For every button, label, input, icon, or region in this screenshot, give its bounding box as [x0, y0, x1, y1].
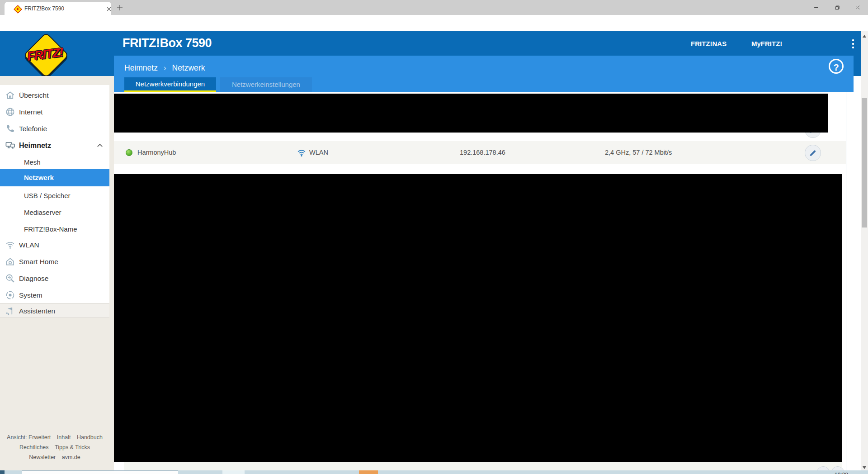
scroll-up-icon[interactable] [863, 35, 866, 38]
footer-link-rechtliches[interactable]: Rechtliches [19, 444, 49, 450]
redacted-block-bottom [114, 174, 842, 462]
taskbar-clock: 10:38 [835, 470, 862, 474]
footer-link-avmde[interactable]: avm.de [62, 454, 80, 460]
fritznas-link[interactable]: FRITZ!NAS [691, 40, 726, 48]
sidebar: Übersicht Internet Telefonie Heimnetz Me… [0, 85, 109, 318]
screen: FRITZ!Box 7590 [0, 0, 868, 474]
sidebar-item-system[interactable]: System [0, 287, 109, 303]
diagnose-icon [5, 273, 15, 284]
header-menu-icon[interactable] [852, 39, 854, 49]
sidebar-item-netzwerk[interactable]: Netzwerk [0, 169, 109, 186]
assistant-icon [5, 306, 15, 316]
smart-home-icon [5, 256, 15, 267]
window-minimize-icon[interactable] [806, 0, 826, 14]
sidebar-item-fritzbox-name[interactable]: FRITZ!Box-Name [0, 221, 109, 237]
fritz-logo-text: FRITZ! [19, 44, 71, 64]
browser-tab-bar: FRITZ!Box 7590 [0, 0, 868, 15]
tab-close-icon[interactable] [105, 5, 113, 13]
content-right-border [846, 92, 846, 470]
sidebar-item-heimnetz[interactable]: Heimnetz [0, 137, 109, 154]
scroll-down-icon[interactable] [863, 466, 866, 469]
browser-scrollbar[interactable] [861, 31, 868, 474]
footer-links-row1: Ansicht: Erweitert Inhalt Handbuch [0, 434, 109, 441]
redacted-block-top [114, 94, 828, 133]
breadcrumb-current: Netzwerk [172, 63, 205, 72]
taskbar-app-orange[interactable] [359, 470, 378, 474]
footer-link-inhalt[interactable]: Inhalt [57, 434, 71, 441]
favicon-fritz-icon [14, 5, 21, 12]
browser-toolbar: Nicht sicher fritz.box/# Keine Synchroni… [0, 15, 868, 31]
browser-tab[interactable]: FRITZ!Box 7590 [5, 2, 111, 15]
myfritz-link[interactable]: MyFRITZ! [751, 40, 782, 48]
device-table-row: HarmonyHub WLAN 192.168.178.46 2,4 GHz, … [114, 141, 846, 164]
taskbar-app[interactable] [222, 470, 245, 474]
sidebar-item-telefonie[interactable]: Telefonie [0, 120, 109, 137]
footer-link-newsletter[interactable]: Newsletter [29, 454, 56, 460]
wifi-icon [297, 148, 307, 158]
wifi-icon [5, 240, 15, 250]
page-title: FRITZ!Box 7590 [123, 36, 212, 50]
device-connection: WLAN [309, 141, 328, 164]
new-tab-icon[interactable] [116, 4, 124, 12]
help-button[interactable]: ? [829, 59, 844, 74]
sidebar-item-assistenten[interactable]: Assistenten [0, 303, 109, 318]
globe-icon [5, 107, 15, 117]
sidebar-item-uebersicht[interactable]: Übersicht [0, 87, 109, 104]
breadcrumb-separator-icon: › [164, 63, 166, 72]
footer-link-handbuch[interactable]: Handbuch [77, 434, 103, 441]
device-name[interactable]: HarmonyHub [137, 141, 176, 164]
edit-device-button[interactable] [805, 145, 821, 161]
footer-links-row3: Newsletter avm.de [0, 454, 109, 460]
scrollbar-thumb[interactable] [862, 98, 867, 228]
tab-netzwerkeinstellungen[interactable]: Netzwerkeinstellungen [220, 77, 312, 92]
sidebar-item-usb-speicher[interactable]: USB / Speicher [0, 187, 109, 204]
taskbar-time: 10:38 [835, 472, 848, 474]
system-icon [5, 290, 15, 300]
breadcrumb: Heimnetz › Netzwerk [124, 63, 205, 73]
phone-icon [5, 123, 15, 134]
home-icon [5, 90, 15, 100]
sidebar-item-wlan[interactable]: WLAN [0, 237, 109, 253]
tab-title: FRITZ!Box 7590 [24, 5, 64, 12]
tab-netzwerkverbindungen[interactable]: Netzwerkverbindungen [124, 77, 216, 92]
device-ip: 192.168.178.46 [460, 141, 505, 164]
sidebar-item-smart-home[interactable]: Smart Home [0, 253, 109, 270]
window-restore-icon[interactable] [826, 0, 847, 14]
footer-link-tipps[interactable]: Tipps & Tricks [55, 444, 90, 450]
taskbar-app-active[interactable] [22, 470, 178, 474]
sidebar-item-internet[interactable]: Internet [0, 104, 109, 120]
fritz-logo[interactable]: FRITZ! [24, 33, 67, 76]
breadcrumb-parent[interactable]: Heimnetz [124, 63, 158, 72]
window-close-icon[interactable] [847, 0, 868, 14]
taskbar-sliver[interactable]: 10:38 [0, 470, 868, 474]
footer-link-ansicht[interactable]: Ansicht: Erweitert [7, 434, 51, 441]
network-icon [5, 140, 15, 151]
chevron-up-icon[interactable] [96, 142, 104, 150]
footer-links-row2: Rechtliches Tipps & Tricks [0, 444, 109, 450]
sidebar-item-mediaserver[interactable]: Mediaserver [0, 204, 109, 221]
start-button-partial[interactable] [0, 470, 5, 474]
device-speed: 2,4 GHz, 57 / 72 Mbit/s [605, 141, 672, 164]
content-area: HarmonyHub WLAN 192.168.178.46 2,4 GHz, … [114, 92, 846, 474]
sidebar-item-diagnose[interactable]: Diagnose [0, 270, 109, 287]
sidebar-item-mesh[interactable]: Mesh [0, 154, 109, 171]
status-dot-green [126, 149, 132, 156]
